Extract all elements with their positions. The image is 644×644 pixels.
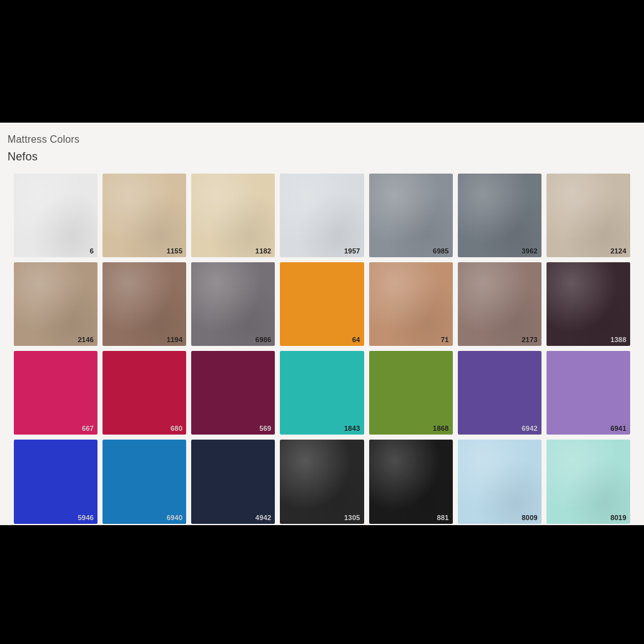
swatch-label-5946: 5946 [78, 514, 94, 521]
color-swatch-881[interactable]: 881 [369, 440, 453, 523]
swatch-label-2124: 2124 [611, 248, 626, 255]
color-grid: 6115511821957698539622124214611946986647… [8, 174, 636, 524]
color-swatch-2173[interactable]: 2173 [458, 262, 541, 346]
color-swatch-1194[interactable]: 1194 [103, 262, 186, 346]
color-swatch-1868[interactable]: 1868 [369, 351, 453, 435]
color-swatch-71[interactable]: 71 [369, 262, 453, 346]
color-swatch-8009[interactable]: 8009 [458, 440, 541, 523]
swatch-label-6940: 6940 [167, 514, 182, 521]
swatch-label-1194: 1194 [167, 336, 182, 343]
swatch-label-2173: 2173 [521, 336, 537, 343]
swatch-label-1868: 1868 [433, 425, 448, 432]
swatch-label-1957: 1957 [344, 248, 360, 255]
swatch-label-1182: 1182 [255, 248, 271, 255]
swatch-label-4942: 4942 [255, 514, 271, 521]
color-swatch-2146[interactable]: 2146 [14, 262, 97, 346]
color-swatch-1305[interactable]: 1305 [280, 440, 364, 523]
color-swatch-6985[interactable]: 6985 [369, 174, 453, 257]
color-swatch-569[interactable]: 569 [191, 351, 275, 435]
section-title: Mattress Colors [8, 134, 636, 145]
color-swatch-6940[interactable]: 6940 [103, 440, 186, 523]
swatch-label-8009: 8009 [521, 514, 537, 521]
color-swatch-6942[interactable]: 6942 [458, 351, 541, 435]
swatch-label-1305: 1305 [344, 514, 360, 521]
main-panel: Mattress Colors Nefos 611551182195769853… [0, 123, 644, 525]
swatch-label-1843: 1843 [344, 425, 360, 432]
swatch-label-1155: 1155 [167, 248, 182, 255]
color-swatch-1182[interactable]: 1182 [191, 174, 275, 257]
color-swatch-8019[interactable]: 8019 [547, 440, 630, 523]
color-swatch-6986[interactable]: 6986 [191, 262, 275, 346]
color-swatch-1155[interactable]: 1155 [103, 174, 186, 257]
color-swatch-680[interactable]: 680 [103, 351, 186, 435]
color-swatch-1957[interactable]: 1957 [280, 174, 364, 257]
color-swatch-3962[interactable]: 3962 [458, 174, 541, 257]
swatch-label-6942: 6942 [521, 425, 537, 432]
color-swatch-1388[interactable]: 1388 [547, 262, 630, 346]
color-swatch-1843[interactable]: 1843 [280, 351, 364, 435]
swatch-label-64: 64 [352, 336, 360, 343]
color-swatch-4942[interactable]: 4942 [191, 440, 275, 523]
swatch-label-667: 667 [82, 425, 94, 432]
color-swatch-667[interactable]: 667 [14, 351, 97, 435]
swatch-label-680: 680 [170, 425, 182, 432]
swatch-label-569: 569 [259, 425, 271, 432]
swatch-label-6941: 6941 [611, 425, 626, 432]
color-swatch-5946[interactable]: 5946 [14, 440, 97, 523]
swatch-label-71: 71 [441, 336, 449, 343]
subsection-title: Nefos [8, 150, 636, 164]
color-swatch-64[interactable]: 64 [280, 262, 364, 346]
swatch-label-6986: 6986 [255, 336, 271, 343]
swatch-label-881: 881 [437, 514, 449, 521]
swatch-label-6985: 6985 [433, 248, 448, 255]
color-swatch-2124[interactable]: 2124 [547, 174, 630, 257]
swatch-label-2146: 2146 [78, 336, 94, 343]
swatch-label-6: 6 [90, 248, 94, 255]
swatch-label-3962: 3962 [521, 248, 537, 255]
swatch-label-1388: 1388 [611, 336, 626, 343]
swatch-label-8019: 8019 [611, 514, 626, 521]
color-swatch-6[interactable]: 6 [14, 174, 97, 257]
color-swatch-6941[interactable]: 6941 [547, 351, 630, 435]
